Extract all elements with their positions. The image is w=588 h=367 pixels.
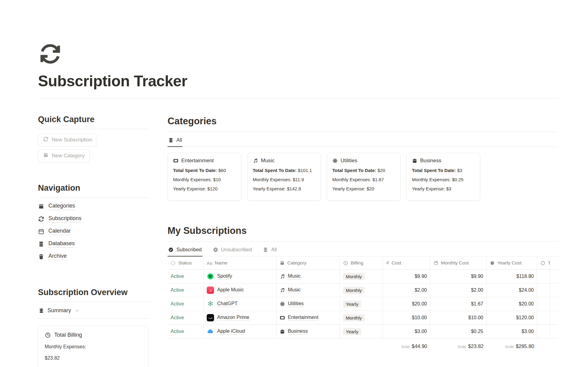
monthly-expenses-label: Monthly Expenses: (253, 177, 292, 182)
sidebar-item-subscriptions[interactable]: Subscriptions (38, 215, 149, 223)
cost-cell[interactable]: $10.00 (383, 311, 430, 324)
clipped-cell[interactable] (537, 297, 550, 311)
category-cell[interactable]: Music (277, 270, 340, 283)
subscription-link[interactable]: Apple Music (217, 287, 244, 293)
column-header-cost[interactable]: # Cost (383, 257, 430, 269)
category-link[interactable]: Utilities (288, 301, 304, 307)
total-billing-title: Total Billing (54, 332, 82, 338)
category-link[interactable]: Business (288, 328, 308, 335)
billing-tag: Monthly (343, 287, 365, 294)
column-header-monthly-cost[interactable]: Monthly Cost (430, 257, 487, 269)
category-cell[interactable]: Utilities (277, 297, 340, 311)
subscription-link[interactable]: Amazon Prime (217, 315, 249, 321)
column-header-clipped[interactable]: T (537, 257, 550, 269)
column-header-category[interactable]: Category (277, 257, 340, 269)
yearly-cost-cell[interactable]: $24.00 (487, 283, 537, 297)
subscriptions-tabbar: Subscribed Unsubscribed All (168, 242, 558, 257)
billing-cell[interactable]: Monthly (340, 283, 383, 297)
category-card-music[interactable]: Music Total Spent To Date: $101.1 Monthl… (247, 153, 321, 201)
subscriptions-table: Status Aa Name Category Billing (168, 257, 558, 349)
subscription-link[interactable]: Apple iCloud (217, 328, 245, 335)
billing-cell[interactable]: Yearly (340, 325, 383, 338)
yearly-cost-cell[interactable]: $118.80 (487, 270, 537, 283)
cost-cell[interactable]: $9.90 (383, 270, 430, 283)
monthly-cost-cell[interactable]: $0.25 (430, 325, 487, 338)
tab-all-subscriptions[interactable]: All (262, 242, 277, 256)
subscription-link[interactable]: Spotify (217, 273, 232, 279)
monthly-cost-sum[interactable]: SUM $23.82 (430, 339, 487, 349)
category-card-utilities[interactable]: Utilities Total Spent To Date: $20 Month… (327, 153, 401, 201)
tv-icon (280, 315, 285, 320)
cost-cell[interactable]: $20.00 (383, 297, 430, 311)
tab-unsubscribed[interactable]: Unsubscribed (212, 242, 253, 256)
monthly-cost-cell[interactable]: $10.00 (430, 311, 487, 324)
category-link[interactable]: Entertainment (288, 315, 318, 321)
status-cell[interactable]: Active (168, 311, 204, 324)
apple-icloud-icon (207, 328, 214, 335)
category-cell[interactable]: Business (277, 325, 340, 338)
billing-cell[interactable]: Monthly (340, 270, 383, 283)
spotify-icon (207, 273, 214, 280)
nav-label: Categories (48, 203, 75, 210)
tab-subscribed[interactable]: Subscribed (168, 242, 202, 256)
billing-cell[interactable]: Yearly (340, 297, 383, 311)
category-cell[interactable]: Music (277, 283, 340, 297)
summary-view-selector[interactable]: Summary (38, 302, 149, 318)
monthly-cost-cell[interactable]: $2.00 (430, 283, 487, 297)
column-header-name[interactable]: Aa Name (204, 257, 277, 269)
column-label: Cost (391, 260, 401, 266)
yearly-cost-cell[interactable]: $3.00 (487, 325, 537, 338)
sidebar: Quick Capture New Subscription New Categ… (38, 99, 149, 367)
column-label: Monthly Cost (441, 260, 469, 266)
name-cell[interactable]: ♫ Apple Music (204, 283, 277, 297)
yearly-cost-value: $120.00 (516, 315, 534, 320)
status-cell[interactable]: Active (168, 297, 204, 311)
total-billing-card[interactable]: Total Billing Monthly Expenses: $23.82 Y… (38, 326, 149, 367)
clipped-cell[interactable] (537, 270, 550, 283)
category-card-entertainment[interactable]: Entertainment Total Spent To Date: $60 M… (168, 153, 241, 201)
column-header-yearly-cost[interactable]: Yearly Cost (487, 257, 537, 269)
category-link[interactable]: Music (288, 273, 301, 279)
monthly-cost-cell[interactable]: $1.67 (430, 297, 487, 311)
status-badge: Active (171, 301, 184, 307)
yearly-cost-cell[interactable]: $20.00 (487, 297, 537, 311)
status-cell[interactable]: Active (168, 283, 204, 297)
category-card-business[interactable]: Business Total Spent To Date: $3 Monthly… (406, 153, 480, 201)
category-link[interactable]: Music (288, 287, 301, 293)
category-cell[interactable]: Entertainment (277, 311, 340, 324)
sidebar-item-databases[interactable]: Databases (38, 240, 149, 248)
new-subscription-label: New Subscription (52, 137, 92, 143)
table-row: Active ♫ Apple Music Music Monthly $2.00… (168, 283, 558, 297)
clipped-cell[interactable] (537, 311, 550, 324)
name-cell[interactable]: Spotify (204, 270, 277, 283)
tab-all-categories[interactable]: All (168, 132, 183, 147)
navigation-heading: Navigation (38, 183, 149, 193)
cost-sum[interactable]: SUM $44.90 (383, 339, 430, 349)
sidebar-item-categories[interactable]: Categories (38, 203, 149, 210)
yearly-cost-value: $3.00 (522, 329, 534, 334)
status-cell[interactable]: Active (168, 270, 204, 283)
name-cell[interactable]: Apple iCloud (204, 325, 277, 338)
clipped-cell[interactable] (537, 283, 550, 297)
table-row: Active ✻ ChatGPT Utilities Yearly $20.00… (168, 297, 558, 311)
name-cell[interactable]: Amazon Prime (204, 311, 277, 324)
yearly-cost-cell[interactable]: $120.00 (487, 311, 537, 324)
new-subscription-button[interactable]: New Subscription (38, 133, 97, 146)
yearly-cost-sum[interactable]: SUM $285.80 (487, 339, 537, 349)
cost-cell[interactable]: $3.00 (383, 325, 430, 338)
billing-cell[interactable]: Monthly (340, 311, 383, 324)
sidebar-item-calendar[interactable]: Calendar (38, 228, 149, 235)
clipped-cell[interactable] (537, 325, 550, 338)
cost-cell[interactable]: $2.00 (383, 283, 430, 297)
new-category-button[interactable]: New Category (38, 149, 90, 162)
category-card-gallery: Entertainment Total Spent To Date: $60 M… (168, 153, 558, 201)
column-header-status[interactable]: Status (168, 257, 204, 269)
monthly-cost-cell[interactable]: $9.90 (430, 270, 487, 283)
column-header-billing[interactable]: Billing (340, 257, 383, 269)
row-spacer (550, 297, 558, 311)
status-cell[interactable]: Active (168, 325, 204, 338)
sidebar-item-archive[interactable]: Archive (38, 253, 149, 260)
name-cell[interactable]: ✻ ChatGPT (204, 297, 277, 311)
subscription-link[interactable]: ChatGPT (217, 301, 238, 307)
nav-label: Databases (48, 240, 75, 248)
